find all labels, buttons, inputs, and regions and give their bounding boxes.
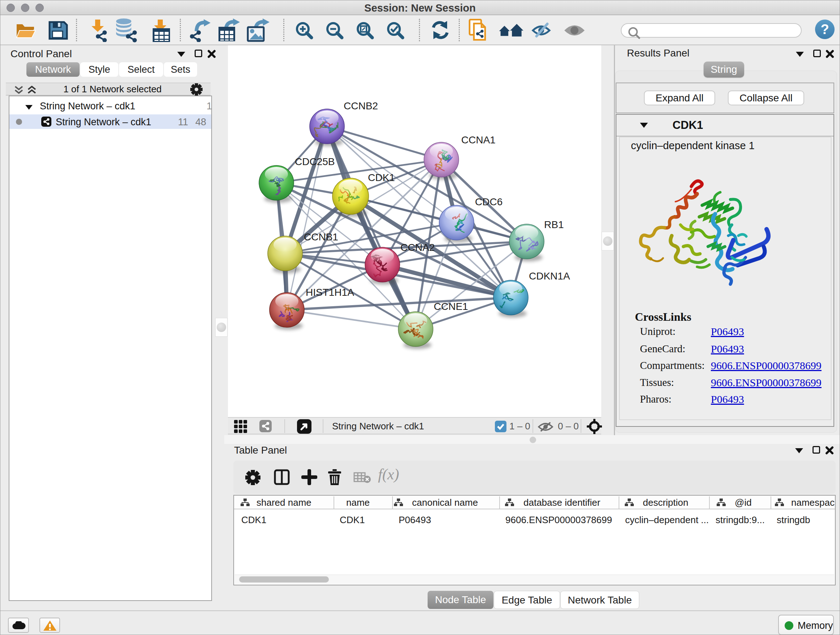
svg-text:HIST1H1A: HIST1H1A [306,287,354,298]
svg-text:CCNB1: CCNB1 [304,231,338,242]
svg-text:CDK1: CDK1 [368,172,395,183]
svg-text:CCNA1: CCNA1 [461,134,496,146]
svg-text:CCNE1: CCNE1 [434,301,468,312]
svg-text:CCNA2: CCNA2 [401,242,435,253]
svg-text:CCNB2: CCNB2 [344,100,378,111]
svg-text:CDC6: CDC6 [475,196,502,207]
svg-text:RB1: RB1 [544,219,564,230]
svg-text:CDKN1A: CDKN1A [529,271,570,282]
svg-text:CDC25B: CDC25B [295,156,335,167]
